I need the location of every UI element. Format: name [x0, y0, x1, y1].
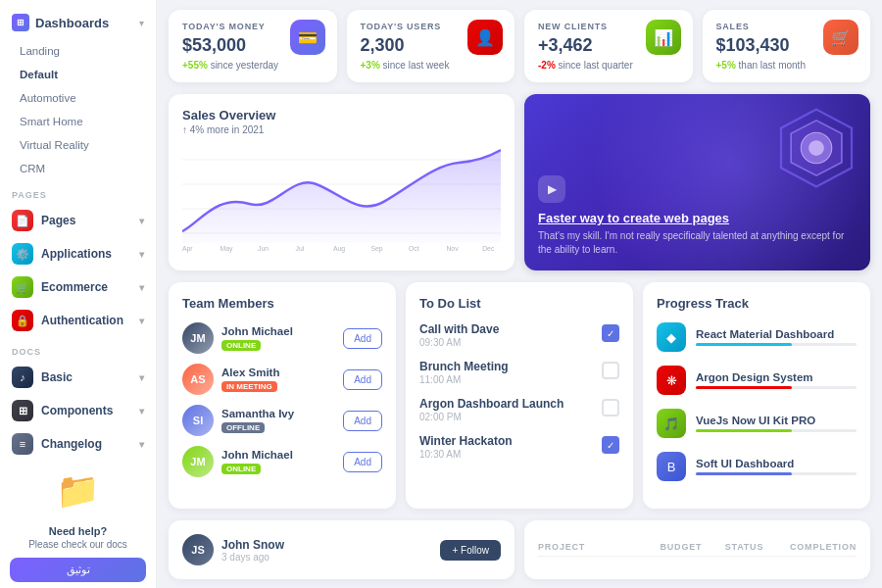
todo-items-list: Call with Dave 09:30 AM ✓ Brunch Meeting… [419, 322, 619, 460]
team-member: SI Samantha Ivy OFFLINE Add [182, 405, 382, 436]
sidebar-docs: ♪Basic▾⊞Components▾≡Changelog▾ [0, 361, 156, 461]
avatar: AS [182, 364, 214, 395]
chevron-icon: ▾ [139, 372, 144, 383]
bottom-row: Team Members JM John Michael ONLINE Add … [169, 282, 870, 509]
stat-change-text: than last month [739, 60, 806, 71]
sidebar-nav-item[interactable]: CRM [0, 157, 156, 180]
promo-hexagon-icon [772, 104, 860, 192]
sidebar-nav-item[interactable]: Landing [0, 39, 156, 63]
stat-change-percent: +3% [361, 60, 380, 71]
progress-bar-track [696, 429, 857, 432]
team-member: JM John Michael ONLINE Add [182, 322, 382, 354]
todo-checkbox[interactable] [602, 399, 619, 416]
progress-info: React Material Dashboard [696, 328, 857, 346]
status-badge: ONLINE [221, 340, 261, 351]
progress-item: B Soft UI Dashboard [657, 452, 857, 481]
progress-bar-fill [696, 429, 792, 432]
table-card: PROJECTBUDGETSTATUSCOMPLETION [524, 520, 870, 579]
mid-row: Sales Overview ↑ 4% more in 2021 [169, 94, 870, 270]
avatar: JM [182, 446, 214, 477]
progress-item: ◆ React Material Dashboard [657, 322, 857, 352]
stat-change-text: since yesterday [211, 60, 278, 71]
svg-text:Sep: Sep [370, 243, 382, 253]
avatar: JM [182, 322, 214, 354]
dashboard-icon: ⊞ [12, 14, 29, 31]
table-header: PROJECTBUDGETSTATUSCOMPLETION [538, 534, 857, 557]
status-badge: ONLINE [221, 464, 261, 474]
help-button[interactable]: توثيق [10, 558, 146, 582]
todo-item: Call with Dave 09:30 AM ✓ [419, 322, 619, 348]
help-subtitle: Please check our docs [10, 539, 146, 550]
member-name: Alex Smith [221, 367, 335, 378]
add-member-button[interactable]: Add [343, 369, 382, 390]
author-time: 3 days ago [221, 552, 432, 563]
todo-title: Brunch Meeting [419, 360, 592, 373]
sidebar-brand[interactable]: ⊞ Dashboards [12, 14, 109, 31]
sidebar-nav-item[interactable]: Virtual Reality [0, 133, 156, 157]
todo-title: Argon Dashboard Launch [419, 397, 592, 411]
stat-change: +5% than last month [716, 60, 858, 71]
todo-checkbox[interactable]: ✓ [602, 436, 619, 454]
todo-checkbox[interactable]: ✓ [602, 324, 619, 342]
chevron-icon: ▾ [139, 439, 144, 450]
table-column-header: STATUS [725, 542, 782, 552]
author-info: John Snow 3 days ago [221, 538, 432, 563]
chart-subtitle: ↑ 4% more in 2021 [182, 124, 501, 135]
main-content: TODAY'S MONEY $53,000 +55% since yesterd… [157, 0, 882, 588]
follow-button[interactable]: + Follow [440, 540, 501, 561]
todo-title: Call with Dave [419, 322, 592, 336]
svg-text:Jul: Jul [295, 243, 304, 253]
progress-name: Argon Design System [696, 371, 857, 383]
sidebar-item-label: Authentication [41, 314, 123, 327]
todo-item: Winter Hackaton 10:30 AM ✓ [419, 434, 619, 460]
add-member-button[interactable]: Add [343, 328, 382, 349]
sidebar-item-icon: ⚙️ [12, 243, 33, 265]
sidebar-parent-item[interactable]: 📄Pages▾ [0, 204, 156, 237]
member-info: Alex Smith IN MEETING [221, 367, 335, 392]
progress-item: ❋ Argon Design System [657, 366, 857, 395]
sidebar-docs-item[interactable]: ≡Changelog▾ [0, 427, 156, 461]
sidebar-parent-item[interactable]: ⚙️Applications▾ [0, 237, 156, 270]
chevron-icon: ▾ [139, 249, 144, 260]
stat-change-percent: +5% [716, 60, 736, 71]
promo-card: ▶ Faster way to create web pages That's … [524, 94, 870, 270]
member-name: John Michael [221, 449, 335, 461]
footer-row: JS John Snow 3 days ago + Follow PROJECT… [169, 520, 870, 579]
sidebar-item-label: Ecommerce [41, 280, 108, 294]
sales-chart-card: Sales Overview ↑ 4% more in 2021 [169, 94, 514, 270]
stat-card: NEW CLIENTS +3,462 -2% since last quarte… [524, 10, 693, 82]
svg-text:Apr: Apr [182, 243, 193, 253]
chevron-icon: ▾ [139, 216, 144, 226]
team-member: JM John Michael ONLINE Add [182, 446, 382, 477]
add-member-button[interactable]: Add [343, 411, 382, 431]
stats-row: TODAY'S MONEY $53,000 +55% since yesterd… [169, 10, 870, 82]
todo-info: Argon Dashboard Launch 02:00 PM [419, 397, 592, 422]
progress-bar-track [696, 386, 857, 389]
progress-bar-fill [696, 343, 792, 346]
sales-chart: Apr May Jun Jul Aug Sep Oct Nov Dec [182, 145, 501, 253]
todo-title: Winter Hackaton [419, 434, 592, 448]
stat-card: TODAY'S MONEY $53,000 +55% since yesterd… [169, 10, 337, 82]
status-badge: OFFLINE [221, 422, 265, 433]
sidebar-docs-icon: ≡ [12, 433, 33, 455]
progress-bar-track [696, 472, 857, 475]
author-name: John Snow [221, 538, 432, 552]
todo-item: Argon Dashboard Launch 02:00 PM [419, 397, 619, 422]
sidebar-nav-item[interactable]: Default [0, 63, 156, 86]
sidebar-nav-item[interactable]: Automotive [0, 86, 156, 110]
sidebar-pages: 📄Pages▾⚙️Applications▾🛒Ecommerce▾🔒Authen… [0, 204, 156, 337]
stat-change: +3% since last week [361, 60, 502, 71]
todo-checkbox[interactable] [602, 362, 619, 379]
progress-info: VueJs Now UI Kit PRO [696, 415, 857, 432]
sidebar-docs-item[interactable]: ⊞Components▾ [0, 394, 156, 427]
sidebar-nav-item[interactable]: Smart Home [0, 110, 156, 133]
progress-bar-fill [696, 386, 792, 389]
stat-change-text: since last week [383, 60, 450, 71]
sidebar-parent-item[interactable]: 🛒Ecommerce▾ [0, 270, 156, 304]
sidebar-chevron-icon: ▾ [139, 18, 144, 28]
svg-text:Jun: Jun [258, 243, 269, 253]
promo-description: That's my skill. I'm not really specific… [538, 229, 857, 257]
sidebar-docs-item[interactable]: ♪Basic▾ [0, 361, 156, 394]
add-member-button[interactable]: Add [343, 452, 382, 472]
sidebar-parent-item[interactable]: 🔒Authentication▾ [0, 304, 156, 337]
